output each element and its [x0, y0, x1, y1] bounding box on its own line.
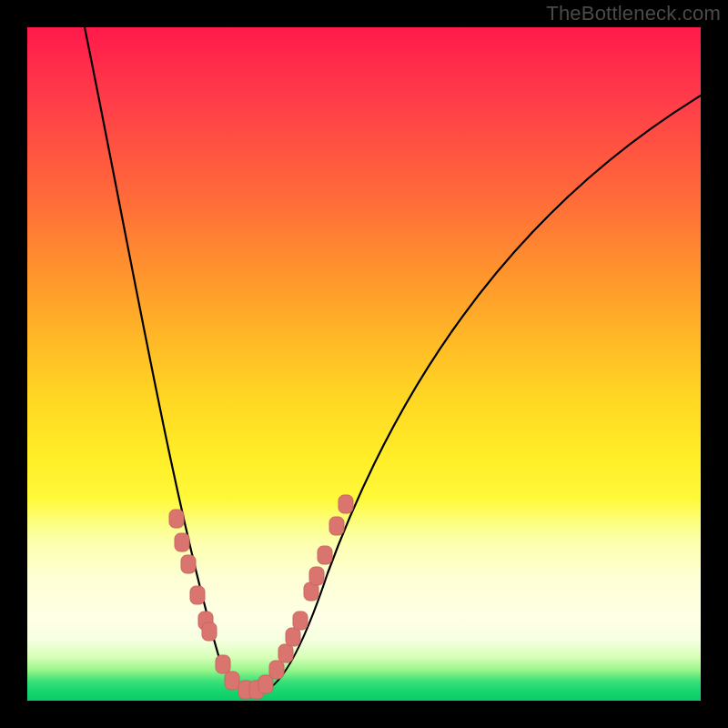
plot-area — [27, 27, 701, 701]
data-marker — [269, 661, 284, 679]
data-marker — [318, 546, 332, 564]
data-marker — [258, 675, 273, 693]
data-marker — [225, 672, 239, 690]
data-marker — [169, 510, 184, 528]
data-marker — [202, 622, 217, 641]
data-marker — [190, 586, 205, 604]
data-marker — [216, 655, 230, 673]
data-marker — [339, 495, 353, 513]
data-markers-group — [169, 495, 353, 699]
data-marker — [329, 517, 344, 535]
chart-frame: TheBottleneck.com — [0, 0, 728, 728]
data-marker — [286, 628, 300, 646]
data-marker — [278, 644, 293, 662]
data-marker — [293, 612, 308, 630]
chart-svg — [27, 27, 701, 701]
watermark-text: TheBottleneck.com — [546, 2, 721, 25]
data-marker — [175, 533, 189, 551]
data-marker — [181, 555, 196, 573]
data-marker — [309, 567, 324, 585]
bottleneck-curve — [85, 27, 701, 692]
